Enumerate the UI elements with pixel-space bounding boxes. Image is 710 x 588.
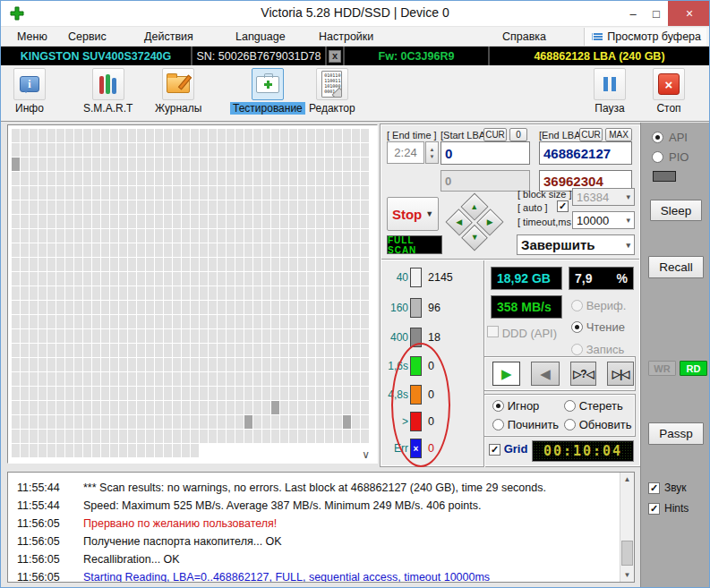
pio-radio[interactable]: PIO <box>652 150 689 164</box>
ddd-checkbox-row[interactable]: DDD (API) <box>487 326 557 340</box>
scan-block <box>316 200 324 214</box>
erase-radio[interactable]: Стереть <box>564 399 623 413</box>
scan-block <box>307 415 315 429</box>
completion-action-select[interactable]: Завершить ▾ <box>517 234 635 255</box>
drive-close-button[interactable]: x <box>329 50 341 63</box>
scan-block <box>191 358 199 371</box>
menu-settings[interactable]: Настройки <box>319 30 373 43</box>
start-cur-button[interactable]: CUR <box>483 128 507 141</box>
write-radio[interactable]: Запись <box>571 343 624 356</box>
minimize-button[interactable]: – <box>621 1 645 26</box>
scan-block <box>92 158 100 171</box>
spinner-down-icon[interactable]: ▼ <box>430 153 435 160</box>
smart-label: S.M.A.R.T <box>83 102 133 115</box>
hints-checkbox[interactable]: ✓ <box>648 503 660 515</box>
scan-block <box>110 272 118 285</box>
spinner-up-icon[interactable]: ▲ <box>430 146 435 153</box>
defect-actions-box: Игнор Стереть Починить Обновить <box>484 395 635 436</box>
toolbar-journals-button[interactable]: Журналы <box>155 68 201 115</box>
scan-block <box>30 344 38 357</box>
scan-block <box>38 272 47 285</box>
scan-block <box>30 286 38 300</box>
passp-button[interactable]: Passp <box>648 422 704 445</box>
api-radio[interactable]: API <box>652 131 688 144</box>
scan-block <box>325 415 333 429</box>
end-lba-input[interactable]: 468862127 <box>539 141 632 165</box>
scan-block <box>110 415 118 429</box>
scan-stop-dropdown[interactable]: Stop ▼ <box>387 197 439 231</box>
percent-unit: % <box>617 271 628 285</box>
scan-block <box>155 329 163 343</box>
scan-block <box>325 286 333 300</box>
start-lba-input[interactable]: 0 <box>441 141 530 165</box>
scan-block <box>38 172 47 185</box>
end-cur-button[interactable]: CUR <box>579 128 603 141</box>
scan-block <box>92 243 100 257</box>
scan-block-map[interactable]: ∨ <box>7 124 378 464</box>
sound-checkbox-row[interactable]: ✓Звук <box>648 481 687 494</box>
scan-block <box>21 344 29 357</box>
play-button[interactable]: ▶ <box>492 362 520 386</box>
sleep-button[interactable]: Sleep <box>650 200 702 221</box>
scan-block <box>128 200 136 214</box>
scan-block <box>325 129 333 142</box>
end-max-button[interactable]: MAX <box>605 128 632 141</box>
toolbar-pause-button[interactable]: Пауза <box>594 68 626 115</box>
toolbar-smart-button[interactable]: S.M.A.R.T <box>83 68 133 115</box>
scan-block <box>235 401 244 414</box>
seek-bar-button[interactable]: ▷|◁ <box>607 362 634 386</box>
maximize-button[interactable]: □ <box>645 1 668 26</box>
scan-block <box>298 344 306 357</box>
scan-block <box>316 329 324 343</box>
back-button[interactable]: ◀ <box>531 362 559 386</box>
scan-block <box>218 200 226 214</box>
read-radio[interactable]: Чтение <box>571 320 625 334</box>
start-zero-button[interactable]: 0 <box>509 128 527 141</box>
scan-block <box>325 372 333 386</box>
scan-block <box>218 387 226 400</box>
end-time-value: 2:24 <box>387 141 424 164</box>
toolbar-testing-button[interactable]: Тестирование <box>230 68 305 115</box>
wr-button[interactable]: WR <box>648 361 676 376</box>
toolbar-info-button[interactable]: i Инфо <box>13 68 46 115</box>
sound-checkbox[interactable]: ✓ <box>648 482 660 494</box>
hints-checkbox-row[interactable]: ✓Hints <box>648 502 689 515</box>
grid-scroll-down-icon[interactable]: ∨ <box>362 448 370 461</box>
end-time-spinner[interactable]: ▲ ▼ <box>425 141 439 164</box>
toolbar-stop-button[interactable]: × Стоп <box>653 68 685 115</box>
scan-block <box>244 229 252 243</box>
auto-checkbox[interactable]: ✓ <box>557 200 569 212</box>
scan-block <box>137 272 145 285</box>
ignore-radio[interactable]: Игнор <box>492 399 539 413</box>
scan-block <box>56 387 64 400</box>
menu-menu[interactable]: Меню <box>17 30 47 43</box>
menu-language[interactable]: Language <box>235 30 286 43</box>
scan-block <box>218 186 226 200</box>
scan-block <box>316 186 324 200</box>
menu-actions[interactable]: Действия <box>144 30 193 43</box>
scan-block <box>343 415 351 429</box>
scan-block <box>119 387 127 400</box>
menu-service[interactable]: Сервис <box>68 30 107 43</box>
timeout-select[interactable]: 10000 ▾ <box>572 211 635 229</box>
scan-block <box>137 372 145 386</box>
toolbar-editor-button[interactable]: 010110 110011 101000 0001 Редактор <box>309 68 355 115</box>
verify-radio[interactable]: Вериф. <box>571 299 626 312</box>
scan-block <box>182 430 190 443</box>
grid-checkbox-row[interactable]: ✓ Grid <box>489 442 527 456</box>
scan-block <box>218 272 226 285</box>
buffer-view-button[interactable]: Просмотр буфера <box>584 28 706 46</box>
scan-block <box>155 158 163 171</box>
repair-radio[interactable]: Починить <box>492 418 559 431</box>
scan-block <box>30 401 38 414</box>
close-button[interactable]: × <box>668 1 710 26</box>
menu-help[interactable]: Справка <box>502 30 546 43</box>
recall-button[interactable]: Recall <box>648 256 704 278</box>
refresh-radio[interactable]: Обновить <box>564 418 632 431</box>
completion-action-value: Завершить <box>521 237 595 252</box>
scan-block <box>12 258 20 271</box>
grid-checkbox[interactable]: ✓ <box>489 444 500 456</box>
seek-question-button[interactable]: ▷?◁ <box>570 362 597 386</box>
scan-block <box>235 329 244 343</box>
rd-button[interactable]: RD <box>680 361 707 376</box>
